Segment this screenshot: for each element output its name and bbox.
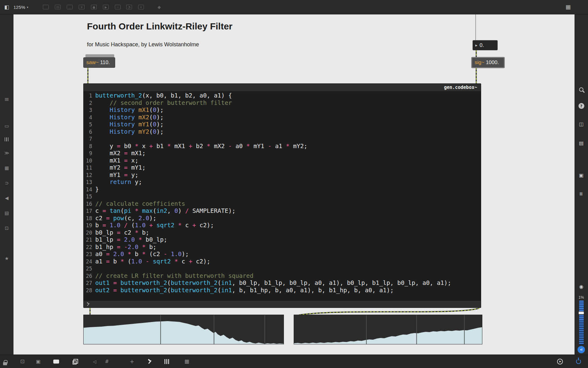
- probe-icon[interactable]: ◀: [3, 194, 10, 202]
- object-tool-icon[interactable]: m: [55, 5, 61, 10]
- comment-tool-icon[interactable]: [43, 5, 49, 10]
- code-line: 4 History mX2(0);: [84, 114, 481, 121]
- code-line: 26// create LR filter with butterworth s…: [84, 272, 481, 280]
- saw-object-name: saw~: [86, 59, 99, 66]
- snippets-icon[interactable]: ≫: [3, 149, 10, 157]
- power-icon[interactable]: [576, 359, 581, 364]
- code-line: 15: [84, 193, 481, 200]
- codebox-header: gen.codebox~: [84, 84, 481, 91]
- zoom-control[interactable]: 125% ▾: [13, 0, 28, 14]
- code-line: 8 y = b0 * x + b1 * mX1 + b2 * mX2 - a0 …: [84, 143, 481, 150]
- top-toolbar: 125% ▾ ◧m…×●▶−◔+◆▦: [0, 0, 588, 14]
- code-line: 24a1 = b * (1.0 - sqrt2 * c + c2);: [84, 258, 481, 265]
- sig-object-arg: 1000.: [486, 59, 499, 66]
- audio-levels-icon[interactable]: [5, 137, 9, 141]
- lock-icon[interactable]: [3, 362, 7, 365]
- keyboard-icon[interactable]: ▦: [183, 358, 190, 365]
- number-box-value: 0.: [480, 42, 484, 48]
- print-icon[interactable]: ▤: [3, 209, 10, 217]
- playbar-tool-icon[interactable]: ▶: [103, 5, 109, 10]
- codebox-edit-hammer-icon[interactable]: [86, 302, 90, 306]
- message-tool-icon[interactable]: …: [67, 5, 73, 10]
- clipboard-icon[interactable]: ▣: [578, 172, 585, 179]
- button-tool-icon[interactable]: ●: [91, 5, 97, 10]
- sig-object[interactable]: sig~ 1000.: [472, 57, 504, 68]
- code-lines[interactable]: 1butterworth_2(x, b0, b1, b2, a0, a1) {2…: [84, 91, 481, 301]
- zoom-level: 125%: [13, 5, 25, 10]
- sig-object-name: sig~: [475, 59, 484, 66]
- patch-title: Fourth Order Linkwitz-Riley Filter: [87, 21, 232, 32]
- right-sidebar: ?◫▤▣≡ ◉ 1% ◂): [575, 14, 588, 355]
- patch-subtitle: for Music Hackspace, by Lewis Wolstanhol…: [87, 41, 199, 48]
- max-patcher-window: 125% ▾ ◧m…×●▶−◔+◆▦ ≡▭≫▦⊃◀▤⊡★ ?◫▤▣≡ ◉ 1% …: [0, 0, 588, 368]
- add-object-icon[interactable]: +: [128, 358, 136, 365]
- code-line: 27out1 = butterworth_2(butterworth_2(in1…: [84, 279, 481, 287]
- select-mode-icon[interactable]: ⊡: [19, 358, 26, 365]
- number-box-triangle-icon: ▶: [475, 44, 477, 47]
- mute-icon[interactable]: ◁: [91, 358, 98, 365]
- split-view-icon[interactable]: ◫: [578, 121, 585, 128]
- meter-knob[interactable]: [579, 312, 584, 314]
- duplicate-icon[interactable]: [73, 360, 77, 364]
- left-sidebar: ≡▭≫▦⊃◀▤⊡★: [0, 14, 13, 355]
- patcher-sidebar-toggle-icon[interactable]: ◧: [3, 3, 10, 11]
- code-line: 6 History mY2(0);: [84, 128, 481, 136]
- code-line: 9 mX2 = mX1;: [84, 150, 481, 157]
- codebox[interactable]: gen.codebox~ 1butterworth_2(x, b0, b1, b…: [83, 83, 481, 308]
- grid-snap-icon[interactable]: #: [103, 358, 111, 365]
- right-spectroscope[interactable]: [294, 315, 482, 344]
- mixer-icon[interactable]: ≡: [578, 190, 585, 197]
- tools-icon[interactable]: [147, 359, 153, 364]
- code-line: 25: [84, 265, 481, 272]
- patcher-canvas: Fourth Order Linkwitz-Riley Filter for M…: [13, 14, 575, 355]
- code-line: 22b1_hp = -2.0 * b;: [84, 243, 481, 251]
- zoom-caret-icon: ▾: [27, 6, 28, 9]
- code-line: 11 mY2 = mY1;: [84, 164, 481, 171]
- media-browser-icon[interactable]: ▦: [3, 164, 10, 172]
- code-line: 17c = tan(pi * max(in2, 0) / SAMPLERATE)…: [84, 207, 481, 215]
- grid-view-icon[interactable]: ▦: [564, 3, 572, 11]
- favorites-icon[interactable]: ★: [3, 255, 10, 262]
- code-line: 14}: [84, 186, 481, 193]
- code-line: 21b1_lp = 2.0 * b0_lp;: [84, 236, 481, 243]
- code-line: 18c2 = pow(c, 2.0);: [84, 215, 481, 222]
- comment-icon[interactable]: [53, 359, 59, 363]
- inspector-icon[interactable]: ▣: [35, 358, 42, 365]
- code-line: 20b0_lp = c2 * b;: [84, 229, 481, 236]
- menu-icon[interactable]: ≡: [3, 95, 10, 103]
- code-line: 13 return y;: [84, 178, 481, 186]
- right-sidebar-bottom: ◉ 1% ◂): [578, 283, 585, 353]
- code-line: 28out2 = butterworth_2(butterworth_2(in1…: [84, 287, 481, 294]
- record-icon[interactable]: ◉: [578, 283, 585, 290]
- columns-icon[interactable]: [164, 359, 169, 364]
- left-spectroscope[interactable]: [83, 315, 284, 344]
- number-box[interactable]: ▶ 0.: [473, 40, 498, 50]
- code-line: 16// calculate coefficients: [84, 200, 481, 208]
- paint-bucket-icon[interactable]: ◆: [156, 3, 163, 11]
- code-line: 5 History mY1(0);: [84, 121, 481, 128]
- code-line: 23a0 = 2.0 * b * (c2 - 1.0);: [84, 251, 481, 258]
- volume-meter[interactable]: [579, 301, 584, 345]
- slider-tool-icon[interactable]: −: [115, 5, 121, 10]
- toggle-tool-icon[interactable]: ×: [79, 5, 85, 10]
- search-icon[interactable]: [579, 87, 583, 92]
- info-icon[interactable]: ?: [579, 103, 584, 109]
- attachments-icon[interactable]: ⊃: [3, 179, 10, 187]
- code-line: 2 // second order butterworth filter: [84, 99, 481, 107]
- code-line: 10 mX1 = x;: [84, 157, 481, 164]
- more-tools-icon[interactable]: +: [138, 5, 144, 10]
- code-line: 12 mY1 = y;: [84, 171, 481, 179]
- volume-percent: 1%: [579, 295, 584, 300]
- speaker-icon[interactable]: ◂): [578, 346, 585, 353]
- code-line: 1butterworth_2(x, b0, b1, b2, a0, a1) {: [84, 92, 481, 99]
- object-browser-icon[interactable]: ⊡: [3, 224, 10, 232]
- code-line: 19b = 1.0 / (1.0 + sqrt2 * c + c2);: [84, 222, 481, 229]
- list-view-icon[interactable]: ▤: [578, 140, 585, 147]
- console-icon[interactable]: ▭: [3, 122, 10, 130]
- play-icon[interactable]: ▶: [557, 358, 563, 364]
- code-line: 3 History mX1(0);: [84, 106, 481, 114]
- codebox-title: gen.codebox~: [444, 85, 477, 90]
- saw-object[interactable]: saw~ 110.: [83, 57, 115, 68]
- dial-tool-icon[interactable]: ◔: [126, 5, 132, 10]
- saw-object-arg: 110.: [100, 59, 110, 66]
